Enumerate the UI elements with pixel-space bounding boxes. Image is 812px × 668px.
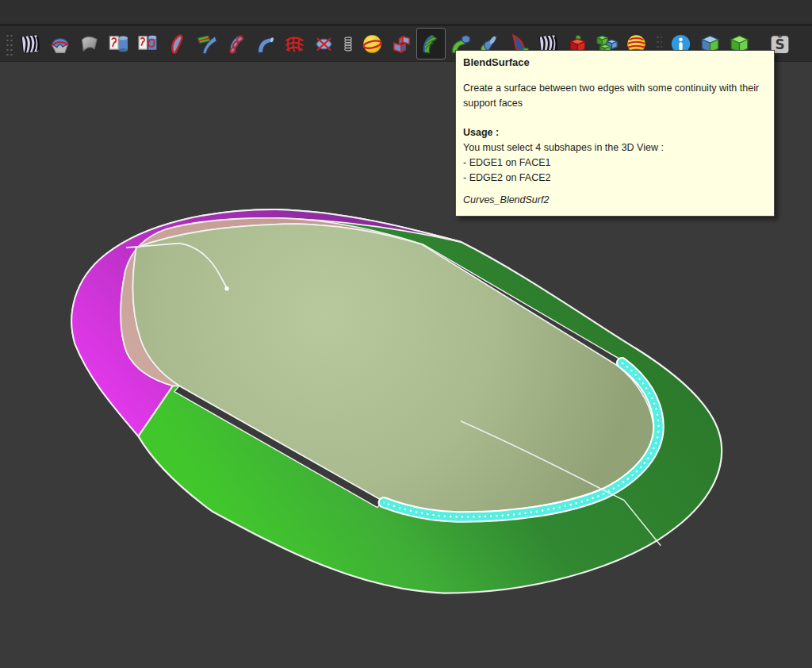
sketch-on-surface[interactable] [104, 28, 133, 60]
isocurve-sphere[interactable] [358, 28, 387, 60]
spring-tool[interactable] [339, 28, 358, 60]
map-sketch[interactable] [133, 28, 163, 60]
sweep-tube-icon [224, 33, 247, 56]
curve-endpoint-marker[interactable] [224, 286, 228, 290]
red-grid-patch[interactable] [280, 28, 309, 60]
blend-surface-icon [419, 33, 442, 56]
cross-curves-patch-icon [312, 33, 335, 56]
profile-blade[interactable] [163, 28, 192, 60]
toolbar-grip[interactable] [5, 32, 13, 56]
gray-surface-tool[interactable] [75, 28, 104, 60]
tooltip-title: BlendSurface [463, 55, 767, 70]
red-grid-patch-icon [283, 33, 306, 56]
boxes-red-edges-icon [390, 33, 413, 56]
curve-on-surface[interactable] [45, 28, 75, 60]
tooltip-usage-label: Usage : [463, 125, 767, 140]
map-sketch-icon [136, 33, 159, 56]
pipeshell-profile[interactable] [192, 28, 221, 60]
pipeshell-profile-icon [195, 33, 218, 56]
sketch-on-surface-icon [107, 33, 130, 56]
pipe-elbow-icon [254, 33, 277, 56]
zebra-analysis[interactable] [16, 28, 45, 60]
profile-blade-icon [166, 33, 189, 56]
application-window: BlendSurface Create a surface between tw… [0, 0, 812, 668]
tooltip-usage-item: - EDGE1 on FACE1 [463, 155, 767, 171]
tooltip-description: Create a surface between two edges with … [463, 81, 767, 111]
isocurve-sphere-icon [361, 33, 384, 56]
gray-surface-tool-icon [78, 33, 101, 56]
spring-tool-icon [339, 33, 357, 56]
cross-curves-patch[interactable] [309, 28, 339, 60]
tooltip-command-name: Curves_BlendSurf2 [463, 193, 767, 208]
tooltip-usage-intro: You must select 4 subshapes in the 3D Vi… [463, 140, 767, 155]
pipe-elbow[interactable] [251, 28, 280, 60]
curve-on-surface-icon [48, 33, 71, 56]
boxes-red-edges[interactable] [387, 28, 416, 60]
blendsurface-tooltip: BlendSurface Create a surface between tw… [455, 50, 775, 217]
tooltip-usage-item: - EDGE2 on FACE2 [463, 171, 767, 186]
blend-surface[interactable] [416, 28, 446, 60]
window-titlebar [0, 0, 812, 26]
sweep-tube[interactable] [221, 28, 251, 60]
zebra-analysis-icon [19, 33, 42, 56]
